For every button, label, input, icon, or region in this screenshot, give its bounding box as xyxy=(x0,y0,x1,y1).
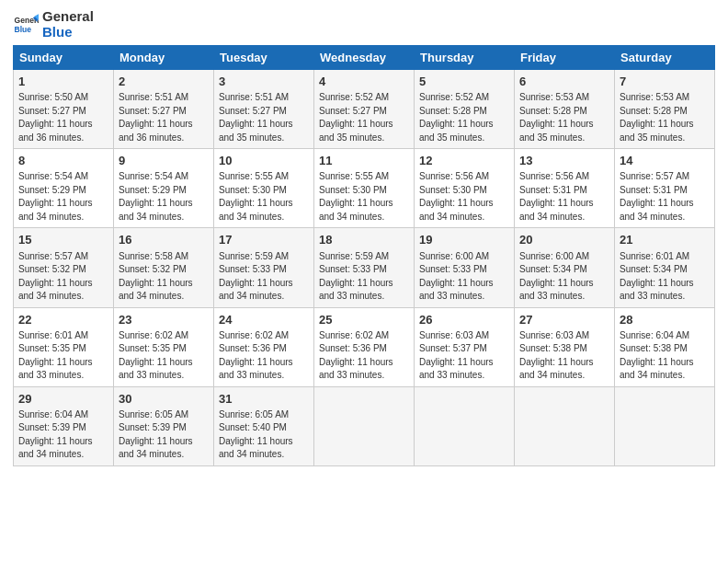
day-info: Sunrise: 6:03 AMSunset: 5:38 PMDaylight:… xyxy=(519,329,609,383)
day-number: 21 xyxy=(620,232,710,248)
day-cell: 13Sunrise: 5:56 AMSunset: 5:31 PMDayligh… xyxy=(515,149,615,228)
logo-general: General xyxy=(42,9,94,25)
day-number: 15 xyxy=(18,232,108,248)
day-cell: 18Sunrise: 5:59 AMSunset: 5:33 PMDayligh… xyxy=(314,228,415,307)
day-info: Sunrise: 6:00 AMSunset: 5:34 PMDaylight:… xyxy=(519,250,609,304)
day-info: Sunrise: 6:05 AMSunset: 5:39 PMDaylight:… xyxy=(119,408,209,462)
day-number: 23 xyxy=(119,312,209,328)
day-cell: 22Sunrise: 6:01 AMSunset: 5:35 PMDayligh… xyxy=(14,307,114,386)
day-cell: 5Sunrise: 5:52 AMSunset: 5:28 PMDaylight… xyxy=(415,70,515,149)
day-cell: 27Sunrise: 6:03 AMSunset: 5:38 PMDayligh… xyxy=(515,307,615,386)
day-cell: 26Sunrise: 6:03 AMSunset: 5:37 PMDayligh… xyxy=(415,307,515,386)
day-number: 8 xyxy=(18,153,108,169)
day-header-saturday: Saturday xyxy=(615,46,715,70)
day-number: 20 xyxy=(519,232,609,248)
week-row-2: 8Sunrise: 5:54 AMSunset: 5:29 PMDaylight… xyxy=(14,149,715,228)
header-row: SundayMondayTuesdayWednesdayThursdayFrid… xyxy=(14,46,715,70)
day-number: 30 xyxy=(119,391,209,408)
day-cell: 28Sunrise: 6:04 AMSunset: 5:38 PMDayligh… xyxy=(615,307,715,386)
logo: General Blue General Blue xyxy=(13,9,94,40)
day-info: Sunrise: 5:57 AMSunset: 5:32 PMDaylight:… xyxy=(18,250,108,304)
day-info: Sunrise: 5:50 AMSunset: 5:27 PMDaylight:… xyxy=(18,91,108,144)
week-row-1: 1Sunrise: 5:50 AMSunset: 5:27 PMDaylight… xyxy=(14,70,715,149)
day-info: Sunrise: 6:04 AMSunset: 5:39 PMDaylight:… xyxy=(18,408,108,462)
day-info: Sunrise: 6:00 AMSunset: 5:33 PMDaylight:… xyxy=(419,250,509,304)
day-number: 31 xyxy=(219,391,309,408)
day-number: 17 xyxy=(219,232,309,248)
day-info: Sunrise: 6:02 AMSunset: 5:36 PMDaylight:… xyxy=(319,329,409,383)
day-number: 7 xyxy=(620,74,710,90)
day-cell: 25Sunrise: 6:02 AMSunset: 5:36 PMDayligh… xyxy=(314,307,415,386)
day-cell: 4Sunrise: 5:52 AMSunset: 5:27 PMDaylight… xyxy=(314,70,415,149)
day-header-wednesday: Wednesday xyxy=(314,46,415,70)
day-cell: 31Sunrise: 6:05 AMSunset: 5:40 PMDayligh… xyxy=(214,386,314,465)
day-cell: 3Sunrise: 5:51 AMSunset: 5:27 PMDaylight… xyxy=(214,70,314,149)
week-row-5: 29Sunrise: 6:04 AMSunset: 5:39 PMDayligh… xyxy=(14,386,715,465)
day-number: 5 xyxy=(419,74,509,90)
day-cell: 11Sunrise: 5:55 AMSunset: 5:30 PMDayligh… xyxy=(314,149,415,228)
day-number: 29 xyxy=(18,391,108,408)
day-cell: 20Sunrise: 6:00 AMSunset: 5:34 PMDayligh… xyxy=(515,228,615,307)
day-info: Sunrise: 5:54 AMSunset: 5:29 PMDaylight:… xyxy=(119,170,209,224)
day-info: Sunrise: 6:04 AMSunset: 5:38 PMDaylight:… xyxy=(620,329,710,383)
day-info: Sunrise: 6:05 AMSunset: 5:40 PMDaylight:… xyxy=(219,408,309,462)
day-number: 12 xyxy=(419,153,509,169)
day-header-monday: Monday xyxy=(114,46,214,70)
day-cell: 14Sunrise: 5:57 AMSunset: 5:31 PMDayligh… xyxy=(615,149,715,228)
day-info: Sunrise: 5:51 AMSunset: 5:27 PMDaylight:… xyxy=(119,91,209,144)
day-info: Sunrise: 5:56 AMSunset: 5:31 PMDaylight:… xyxy=(519,170,609,224)
day-info: Sunrise: 5:54 AMSunset: 5:29 PMDaylight:… xyxy=(18,170,108,224)
day-number: 26 xyxy=(419,312,509,328)
day-info: Sunrise: 5:52 AMSunset: 5:27 PMDaylight:… xyxy=(319,91,409,144)
day-cell: 8Sunrise: 5:54 AMSunset: 5:29 PMDaylight… xyxy=(14,149,114,228)
svg-text:Blue: Blue xyxy=(15,24,32,33)
day-cell xyxy=(314,386,415,465)
day-cell: 21Sunrise: 6:01 AMSunset: 5:34 PMDayligh… xyxy=(615,228,715,307)
day-number: 24 xyxy=(219,312,309,328)
day-info: Sunrise: 6:02 AMSunset: 5:35 PMDaylight:… xyxy=(119,329,209,383)
day-number: 14 xyxy=(620,153,710,169)
day-info: Sunrise: 5:59 AMSunset: 5:33 PMDaylight:… xyxy=(319,250,409,304)
day-header-tuesday: Tuesday xyxy=(214,46,314,70)
day-info: Sunrise: 6:02 AMSunset: 5:36 PMDaylight:… xyxy=(219,329,309,383)
day-cell: 16Sunrise: 5:58 AMSunset: 5:32 PMDayligh… xyxy=(114,228,214,307)
day-number: 16 xyxy=(119,232,209,248)
day-cell: 1Sunrise: 5:50 AMSunset: 5:27 PMDaylight… xyxy=(14,70,114,149)
day-info: Sunrise: 5:51 AMSunset: 5:27 PMDaylight:… xyxy=(219,91,309,144)
day-number: 28 xyxy=(620,312,710,328)
day-info: Sunrise: 6:01 AMSunset: 5:34 PMDaylight:… xyxy=(620,250,710,304)
day-info: Sunrise: 5:59 AMSunset: 5:33 PMDaylight:… xyxy=(219,250,309,304)
day-info: Sunrise: 5:58 AMSunset: 5:32 PMDaylight:… xyxy=(119,250,209,304)
day-number: 13 xyxy=(519,153,609,169)
day-number: 18 xyxy=(319,232,409,248)
day-info: Sunrise: 5:55 AMSunset: 5:30 PMDaylight:… xyxy=(219,170,309,224)
day-info: Sunrise: 5:53 AMSunset: 5:28 PMDaylight:… xyxy=(620,91,710,144)
day-cell: 30Sunrise: 6:05 AMSunset: 5:39 PMDayligh… xyxy=(114,386,214,465)
day-cell: 15Sunrise: 5:57 AMSunset: 5:32 PMDayligh… xyxy=(14,228,114,307)
day-number: 27 xyxy=(519,312,609,328)
day-number: 25 xyxy=(319,312,409,328)
day-info: Sunrise: 5:55 AMSunset: 5:30 PMDaylight:… xyxy=(319,170,409,224)
day-info: Sunrise: 5:53 AMSunset: 5:28 PMDaylight:… xyxy=(519,91,609,144)
day-number: 6 xyxy=(519,74,609,90)
day-cell: 6Sunrise: 5:53 AMSunset: 5:28 PMDaylight… xyxy=(515,70,615,149)
day-cell: 2Sunrise: 5:51 AMSunset: 5:27 PMDaylight… xyxy=(114,70,214,149)
week-row-3: 15Sunrise: 5:57 AMSunset: 5:32 PMDayligh… xyxy=(14,228,715,307)
header: General Blue General Blue xyxy=(13,9,715,40)
day-cell: 9Sunrise: 5:54 AMSunset: 5:29 PMDaylight… xyxy=(114,149,214,228)
day-number: 9 xyxy=(119,153,209,169)
day-number: 10 xyxy=(219,153,309,169)
day-cell xyxy=(415,386,515,465)
day-cell: 7Sunrise: 5:53 AMSunset: 5:28 PMDaylight… xyxy=(615,70,715,149)
day-info: Sunrise: 5:52 AMSunset: 5:28 PMDaylight:… xyxy=(419,91,509,144)
logo-blue: Blue xyxy=(42,25,94,40)
day-header-friday: Friday xyxy=(515,46,615,70)
day-info: Sunrise: 5:57 AMSunset: 5:31 PMDaylight:… xyxy=(620,170,710,224)
day-cell: 17Sunrise: 5:59 AMSunset: 5:33 PMDayligh… xyxy=(214,228,314,307)
day-info: Sunrise: 6:01 AMSunset: 5:35 PMDaylight:… xyxy=(18,329,108,383)
day-number: 2 xyxy=(119,74,209,90)
day-info: Sunrise: 6:03 AMSunset: 5:37 PMDaylight:… xyxy=(419,329,509,383)
day-number: 3 xyxy=(219,74,309,90)
day-number: 22 xyxy=(18,312,108,328)
day-header-thursday: Thursday xyxy=(415,46,515,70)
